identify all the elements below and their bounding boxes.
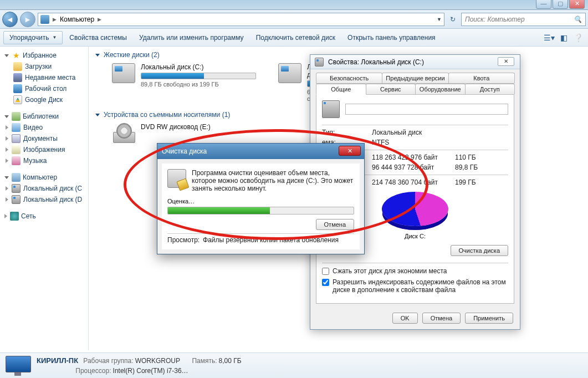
free-bytes: 96 444 937 728 байт	[372, 164, 455, 171]
chevron-right-icon: ▶	[53, 17, 57, 22]
sidebar-item-downloads[interactable]: Загрузки	[2, 61, 88, 72]
window-titlebar: — ▢ ✕	[0, 0, 588, 10]
sidebar-item-music[interactable]: Музыка	[2, 155, 88, 166]
memory-value: 8,00 ГБ	[219, 357, 242, 365]
sidebar-item-pictures[interactable]: Изображения	[2, 144, 88, 155]
cancel-button[interactable]: Отмена	[422, 313, 461, 324]
network-icon	[10, 212, 19, 221]
cancel-button[interactable]: Отмена	[316, 219, 354, 230]
search-input[interactable]: Поиск: Компьютер 🔍	[461, 13, 586, 26]
close-button[interactable]: ✕	[569, 0, 585, 9]
tab-general[interactable]: Общие	[316, 84, 366, 95]
folder-icon	[13, 62, 22, 71]
apply-button[interactable]: Применить	[465, 313, 513, 324]
search-icon: 🔍	[574, 16, 582, 23]
nav-row: ◄ ► ▶ Компьютер ▶ ▼ ↻ Поиск: Компьютер 🔍	[0, 10, 588, 29]
open-control-panel-button[interactable]: Открыть панель управления	[342, 32, 441, 44]
network-header[interactable]: Сеть	[2, 211, 88, 222]
map-network-drive-button[interactable]: Подключить сетевой диск	[250, 32, 341, 44]
dialog-titlebar[interactable]: Свойства: Локальный диск (C:) ✕	[310, 55, 520, 69]
dialog-title: Очистка диска	[162, 147, 207, 155]
tab-previous-versions[interactable]: Предыдущие версии	[382, 73, 448, 83]
scan-label: Просмотр:	[167, 236, 203, 244]
organize-label: Упорядочить	[9, 34, 49, 42]
usage-pie-chart	[382, 192, 448, 231]
fs-value: NTFS	[372, 139, 389, 146]
drive-name: Локальный диск (C:)	[141, 63, 256, 71]
minimize-button[interactable]: —	[536, 0, 551, 9]
details-pane: КИРИЛЛ-ПК Рабочая группа: WORKGROUP Памя…	[0, 353, 588, 378]
libraries-header[interactable]: Библиотеки	[2, 111, 88, 122]
view-options-icon[interactable]: ☰▾	[543, 31, 556, 44]
capacity-bar	[141, 73, 256, 79]
google-drive-icon	[13, 95, 22, 104]
preview-pane-icon[interactable]: ◧	[557, 31, 570, 44]
workgroup-value: WORKGROUP	[135, 357, 180, 365]
help-icon[interactable]: ❔	[571, 31, 585, 44]
drive-name: DVD RW дисковод (E:)	[141, 123, 256, 131]
disk-cleanup-button[interactable]: Очистка диска	[451, 245, 508, 256]
pictures-icon	[12, 145, 21, 154]
tab-tools[interactable]: Сервис	[366, 84, 416, 94]
hdd-icon	[315, 58, 324, 67]
cleanup-message: Программа очистки оценивает объем места,…	[192, 169, 354, 192]
type-label: Тип:	[322, 129, 372, 136]
dialog-titlebar[interactable]: Очистка диска ✕	[157, 144, 364, 159]
close-button[interactable]: ✕	[339, 146, 361, 156]
dropdown-icon[interactable]: ▼	[437, 17, 442, 22]
disk-label-input[interactable]	[345, 104, 508, 115]
tab-hardware[interactable]: Оборудование	[415, 84, 466, 94]
tab-sharing[interactable]: Доступ	[465, 84, 515, 94]
cpu-value: Intel(R) Core(TM) i7-36…	[113, 367, 188, 375]
refresh-button[interactable]: ↻	[447, 13, 459, 25]
sidebar-item-videos[interactable]: Видео	[2, 122, 88, 133]
drive-dvd[interactable]: DVD RW дисковод (E:)	[112, 123, 256, 143]
address-bar[interactable]: ▶ Компьютер ▶ ▼	[38, 13, 444, 26]
sidebar-item-recent[interactable]: Недавние места	[2, 72, 88, 83]
capacity-bytes: 214 748 360 704 байт	[372, 178, 455, 186]
maximize-button[interactable]: ▢	[553, 0, 568, 9]
progress-bar	[167, 207, 354, 214]
tab-security[interactable]: Безопасность	[316, 73, 382, 83]
index-checkbox[interactable]: Разрешить индексировать содержимое файло…	[322, 277, 508, 295]
back-button[interactable]: ◄	[2, 12, 18, 27]
system-properties-button[interactable]: Свойства системы	[64, 32, 132, 44]
hdd-icon	[322, 100, 340, 118]
hdd-icon	[112, 63, 135, 83]
sidebar-item-desktop[interactable]: Рабочий стол	[2, 83, 88, 94]
tab-quota[interactable]: Квота	[448, 73, 515, 83]
drive-c[interactable]: Локальный диск (C:) 89,8 ГБ свободно из …	[112, 63, 256, 102]
search-placeholder: Поиск: Компьютер	[465, 16, 525, 23]
command-bar: Упорядочить ▼ Свойства системы Удалить и…	[0, 29, 588, 47]
used-human: 110 ГБ	[455, 154, 488, 161]
computer-name: КИРИЛЛ-ПК	[37, 356, 78, 365]
sidebar-item-documents[interactable]: Документы	[2, 133, 88, 144]
scan-value: Файлы резервной копии пакета обновления	[203, 236, 339, 244]
ok-button[interactable]: OK	[392, 313, 418, 324]
used-bytes: 118 263 422 976 байт	[372, 154, 455, 161]
drive-free-text: 89,8 ГБ свободно из 199 ГБ	[141, 81, 256, 88]
compress-checkbox[interactable]: Сжать этот диск для экономии места	[322, 265, 508, 277]
chevron-down-icon: ▼	[52, 35, 57, 40]
sidebar-item-disk-d[interactable]: Локальный диск (D	[2, 194, 88, 205]
favorites-header[interactable]: ★Избранное	[2, 50, 88, 61]
estimating-label: Оценка…	[167, 198, 354, 205]
organize-button[interactable]: Упорядочить ▼	[3, 31, 63, 44]
capacity-human: 199 ГБ	[455, 178, 488, 186]
dialog-title: Свойства: Локальный диск (C:)	[328, 58, 424, 66]
computer-icon	[6, 356, 30, 376]
hdd-icon	[278, 63, 301, 83]
disk-cleanup-dialog: Очистка диска ✕ Программа очистки оценив…	[157, 143, 365, 254]
breadcrumb-item[interactable]: Компьютер	[60, 16, 94, 23]
forward-button[interactable]: ►	[20, 12, 35, 27]
navigation-pane: ★Избранное Загрузки Недавние места Рабоч…	[0, 47, 89, 350]
desktop-icon	[13, 84, 22, 93]
computer-header[interactable]: Компьютер	[2, 172, 88, 183]
chevron-right-icon: ▶	[98, 17, 101, 22]
sidebar-item-disk-c[interactable]: Локальный диск (C	[2, 183, 88, 194]
sidebar-item-google-drive[interactable]: Google Диск	[2, 94, 88, 105]
video-icon	[12, 123, 21, 132]
close-button[interactable]: ✕	[498, 57, 514, 66]
uninstall-program-button[interactable]: Удалить или изменить программу	[134, 32, 249, 44]
computer-icon	[40, 15, 49, 24]
